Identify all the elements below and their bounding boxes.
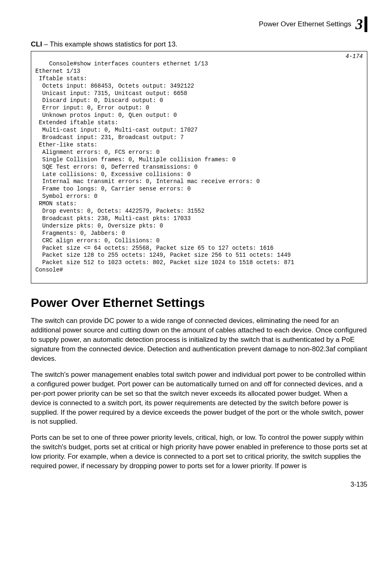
paragraph-2: The switch's power management enables to…: [31, 370, 367, 427]
cli-intro: CLI – This example shows statistics for …: [31, 40, 367, 49]
paragraph-1: The switch can provide DC power to a wid…: [31, 316, 367, 364]
paragraph-3: Ports can be set to one of three power p…: [31, 433, 367, 471]
code-text: Console#show interfaces counters etherne…: [35, 60, 294, 273]
badge-bar-icon: [364, 16, 367, 32]
page-number: 3-135: [31, 481, 367, 488]
cli-label: CLI: [31, 40, 42, 48]
running-header: Power Over Ethernet Settings 3: [31, 16, 367, 32]
cli-intro-text: – This example shows statistics for port…: [42, 40, 177, 48]
chapter-badge: 3: [355, 16, 367, 32]
code-block: 4-174Console#show interfaces counters et…: [31, 51, 367, 283]
running-title: Power Over Ethernet Settings: [259, 20, 351, 28]
code-reference: 4-174: [346, 53, 363, 60]
chapter-number: 3: [355, 17, 363, 32]
section-heading: Power Over Ethernet Settings: [31, 296, 367, 310]
